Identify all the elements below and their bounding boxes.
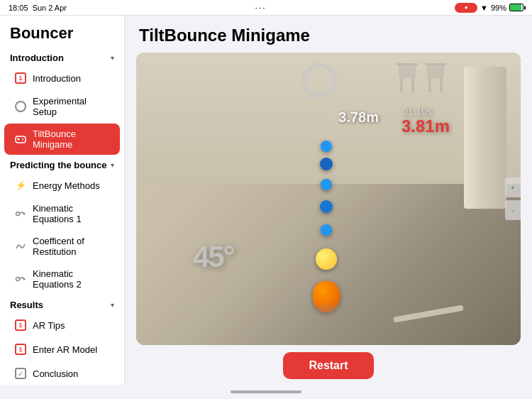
gamepad-icon (14, 133, 27, 146)
sidebar-title: Bouncer (0, 16, 124, 48)
svg-point-3 (22, 138, 23, 140)
status-dots: ··· (255, 3, 267, 13)
svg-point-6 (16, 278, 20, 281)
svg-rect-0 (16, 136, 26, 143)
sidebar-item-label: Kinematic Equations 1 (33, 203, 110, 224)
sidebar-item-kinematic1[interactable]: Kinematic Equations 1 (4, 198, 120, 229)
svg-rect-11 (411, 78, 414, 92)
svg-rect-12 (425, 63, 446, 65)
ar-view: 45° 3.78m 01:10s 3.81m (136, 53, 521, 345)
content-body: 45° 3.78m 01:10s 3.81m (125, 53, 532, 345)
sidebar-item-label: Experimental Setup (33, 96, 110, 117)
section-results[interactable]: Results ▾ (0, 295, 124, 313)
ar-scene: 45° 3.78m 01:10s 3.81m (136, 53, 521, 345)
ar-pillar (464, 67, 506, 209)
ball-5 (321, 224, 332, 236)
ar-distance-1: 3.78m (338, 109, 379, 126)
ball-1 (321, 141, 332, 152)
section-introduction-label: Introduction (10, 53, 64, 63)
svg-point-4 (16, 212, 20, 216)
chevron-down-icon: ▾ (111, 301, 114, 309)
ar-ring (301, 63, 337, 99)
ball-3 (321, 179, 332, 190)
check-icon: ✓ (14, 367, 27, 380)
status-right: ● ▼ 99% (455, 3, 523, 13)
svg-rect-10 (400, 78, 403, 92)
sidebar-item-conclusion[interactable]: ✓ Conclusion (4, 362, 120, 385)
sidebar-item-kinematic2[interactable]: Kinematic Equations 2 (4, 263, 120, 295)
status-time: 18:05 Sun 2 Apr (9, 4, 67, 12)
chevron-down-icon: ▾ (111, 161, 114, 169)
page-title: TiltBounce Minigame (139, 26, 518, 45)
sidebar-item-label: AR Tips (33, 320, 65, 331)
sidebar-item-label: Kinematic Equations 2 (33, 268, 110, 290)
content-area: TiltBounce Minigame (125, 16, 532, 385)
recording-indicator: ● (455, 3, 477, 13)
svg-rect-14 (428, 78, 431, 92)
sidebar-item-ar-model[interactable]: 1 Enter AR Model (4, 338, 120, 361)
section-results-label: Results (10, 300, 43, 310)
bottom-bar (0, 385, 532, 399)
battery-icon (509, 4, 523, 11)
circle-icon (14, 100, 27, 113)
ball-trajectory (313, 141, 340, 312)
section-predicting-label: Predicting the bounce (10, 160, 107, 170)
ar-side-btn-2[interactable]: - (505, 200, 521, 220)
content-footer: Restart (125, 345, 532, 385)
sidebar: Bouncer Introduction ▾ 1 Introduction Ex… (0, 16, 125, 385)
ball-2 (320, 158, 333, 170)
coeff-icon (14, 240, 27, 253)
number-icon: 1 (14, 319, 27, 332)
restart-button[interactable]: Restart (283, 352, 373, 379)
sidebar-item-tiltbounce[interactable]: TiltBounce Minigame (4, 124, 120, 155)
ar-side-controls: + - (505, 177, 521, 220)
sidebar-item-introduction[interactable]: 1 Introduction (4, 67, 120, 89)
sidebar-item-ar-tips[interactable]: 1 AR Tips (4, 314, 120, 337)
wifi-icon: ▼ (480, 4, 488, 12)
sidebar-item-experimental-setup[interactable]: Experimental Setup (4, 91, 120, 122)
svg-point-7 (23, 278, 26, 280)
sidebar-item-label: Introduction (33, 73, 81, 84)
section-predicting[interactable]: Predicting the bounce ▾ (0, 155, 124, 173)
section-introduction[interactable]: Introduction ▾ (0, 48, 124, 66)
ball-4 (320, 200, 333, 213)
sidebar-item-label: TiltBounce Minigame (33, 129, 110, 150)
sidebar-item-label: Conclusion (33, 368, 78, 379)
ar-shadow (305, 302, 355, 317)
chevron-down-icon: ▾ (111, 54, 114, 62)
ball-yellow (316, 248, 337, 270)
ar-angle-display: 45° (193, 240, 234, 274)
sidebar-item-label: Coefficent of Restitution (33, 236, 110, 257)
content-header: TiltBounce Minigame (125, 16, 532, 53)
ar-distance-3: 3.81m (401, 116, 450, 136)
battery-percentage: 99% (491, 4, 506, 12)
svg-rect-15 (440, 78, 443, 92)
main-container: Bouncer Introduction ▾ 1 Introduction Ex… (0, 16, 532, 385)
ar-chairs (393, 60, 450, 102)
ar-side-btn-1[interactable]: + (505, 177, 521, 197)
sidebar-item-label: Energy Methods (33, 180, 100, 191)
home-indicator (231, 390, 301, 393)
svg-rect-9 (399, 65, 416, 78)
svg-point-5 (23, 213, 26, 215)
number-icon: 1 (14, 343, 27, 356)
sidebar-item-energy[interactable]: ⚡ Energy Methods (4, 174, 120, 197)
kinematic2-icon (14, 273, 27, 285)
sidebar-item-coeff[interactable]: Coefficent of Restitution (4, 231, 120, 262)
status-bar: 18:05 Sun 2 Apr ··· ● ▼ 99% (0, 0, 532, 16)
ar-distance-2: 01:10s (402, 106, 432, 117)
svg-rect-8 (397, 63, 418, 65)
lightning-icon: ⚡ (14, 179, 27, 192)
sidebar-item-label: Enter AR Model (33, 344, 97, 355)
svg-rect-13 (427, 65, 444, 78)
ar-cable (393, 305, 464, 322)
kinematic-icon (14, 207, 27, 220)
number-icon: 1 (14, 72, 27, 84)
